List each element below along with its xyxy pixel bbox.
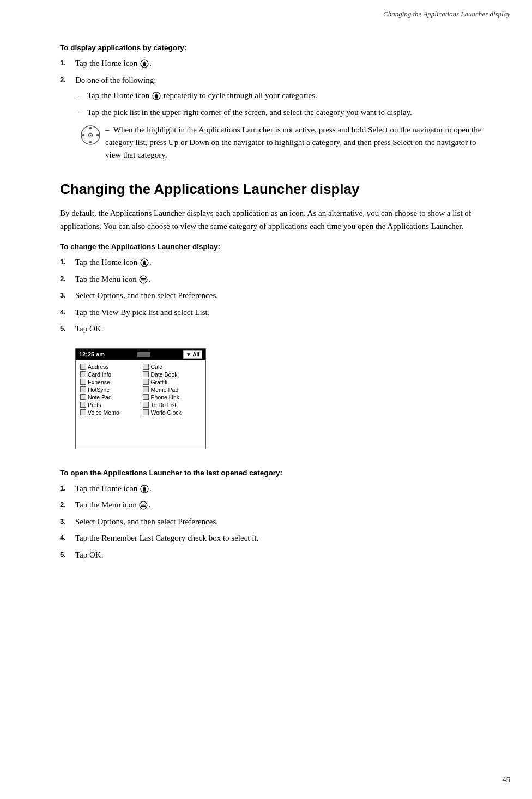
app-cell: Card Info [80, 371, 138, 378]
app-label: Address [88, 364, 109, 370]
app-icon [143, 386, 149, 392]
svg-point-10 [96, 134, 98, 136]
app-row: ExpenseGraffiti [80, 379, 201, 385]
screenshot-mockup: 12:25 am ▼ All AddressCalcCard InfoDate … [75, 348, 206, 449]
menu-icon-inline-2 [139, 501, 148, 510]
cstep-content-1: Tap the Home icon . [75, 256, 488, 269]
lcstep-content-1: Tap the Home icon . [75, 482, 488, 495]
section2-title: Changing the Applications Launcher displ… [60, 181, 488, 198]
screenshot-titlebar: 12:25 am ▼ All [76, 349, 205, 360]
lc-step-2: 2. Tap the Menu icon . [60, 499, 488, 511]
svg-marker-14 [142, 260, 147, 263]
app-icon [80, 364, 86, 370]
home-icon-inline-2 [152, 92, 161, 100]
app-label: To Do List [150, 402, 176, 408]
cstep-num-5: 5. [60, 323, 75, 334]
navigator-icon [80, 125, 101, 146]
app-row: Voice MemoWorld Clock [80, 409, 201, 416]
app-icon [143, 379, 149, 385]
svg-point-7 [89, 126, 91, 129]
step-1-1: 1. Tap the Home icon . [60, 57, 488, 70]
screenshot-dropdown: ▼ All [183, 350, 202, 359]
app-icon [80, 371, 86, 377]
app-cell: Voice Memo [80, 409, 138, 416]
svg-rect-2 [143, 64, 146, 66]
screenshot-bottom-space [80, 417, 201, 444]
app-cell: Memo Pad [143, 386, 201, 393]
svg-rect-17 [141, 278, 146, 279]
app-icon [143, 402, 149, 408]
screenshot-time: 12:25 am [79, 351, 105, 358]
app-icon [80, 379, 86, 385]
svg-rect-19 [141, 280, 146, 281]
app-icon [143, 394, 149, 400]
change-step-4: 4. Tap the View By pick list and select … [60, 306, 488, 319]
svg-marker-21 [142, 486, 147, 489]
cstep-num-1: 1. [60, 256, 75, 268]
page-header: Changing the Applications Launcher displ… [0, 0, 532, 23]
last-cat-steps: 1. Tap the Home icon . 2. Tap the Menu i… [60, 482, 488, 561]
svg-rect-24 [141, 504, 146, 504]
app-label: Expense [88, 379, 110, 385]
section1-steps: 1. Tap the Home icon . 2. Do one of the … [60, 57, 488, 166]
svg-point-9 [82, 134, 84, 136]
step-1-2: 2. Do one of the following: – Tap the Ho… [60, 74, 488, 166]
change-display-steps: 1. Tap the Home icon . 2. Tap the Menu i… [60, 256, 488, 335]
svg-rect-26 [141, 506, 146, 507]
app-label: Prefs [88, 402, 101, 408]
screenshot-battery-bar [137, 352, 150, 357]
cstep-content-3: Select Options, and then select Preferen… [75, 289, 488, 302]
svg-point-8 [89, 141, 91, 143]
change-step-2: 2. Tap the Menu icon . [60, 273, 488, 286]
step-content-1-2: Do one of the following: – Tap the Home … [75, 74, 488, 166]
sub-content-1: Tap the Home icon repeatedly to cycle th… [87, 89, 488, 102]
app-row: HotSyncMemo Pad [80, 386, 201, 393]
lcstep-content-4: Tap the Remember Last Category check box… [75, 532, 488, 544]
lcstep-content-5: Tap OK. [75, 549, 488, 561]
svg-rect-15 [143, 263, 146, 265]
sub-list-1: – Tap the Home icon repeatedly to cycle … [75, 89, 488, 161]
app-cell: Phone Link [143, 394, 201, 401]
app-label: World Clock [150, 409, 181, 416]
sub-content-2: Tap the pick list in the upper-right cor… [87, 106, 488, 119]
lcstep-num-5: 5. [60, 549, 75, 560]
app-cell: Prefs [80, 402, 138, 408]
screenshot-box: 12:25 am ▼ All AddressCalcCard InfoDate … [75, 348, 206, 449]
app-label: Phone Link [150, 394, 179, 401]
lc-step-3: 3. Select Options, and then select Prefe… [60, 516, 488, 528]
app-cell: Address [80, 364, 138, 370]
lc-step-5: 5. Tap OK. [60, 549, 488, 561]
app-cell: HotSync [80, 386, 138, 393]
app-icon [143, 409, 149, 415]
section1-heading: To display applications by category: [60, 44, 488, 52]
app-icon [80, 394, 86, 400]
section2-body: By default, the Applications Launcher di… [60, 207, 488, 233]
subsection2-heading: To open the Applications Launcher to the… [60, 469, 488, 477]
dash-3 [75, 124, 105, 146]
cstep-content-5: Tap OK. [75, 323, 488, 335]
dash-1: – [75, 89, 87, 102]
step-num-1-1: 1. [60, 57, 75, 69]
svg-rect-5 [155, 96, 158, 99]
app-rows: AddressCalcCard InfoDate BookExpenseGraf… [80, 364, 201, 416]
svg-point-12 [89, 134, 91, 136]
app-label: Date Book [150, 371, 177, 378]
app-label: Calc [150, 364, 162, 370]
change-step-1: 1. Tap the Home icon . [60, 256, 488, 269]
page-number: 45 [503, 776, 510, 784]
change-step-5: 5. Tap OK. [60, 323, 488, 335]
lc-step-1: 1. Tap the Home icon . [60, 482, 488, 495]
app-row: Card InfoDate Book [80, 371, 201, 378]
app-cell: World Clock [143, 409, 201, 416]
app-label: Graffiti [150, 379, 167, 385]
sub-item-3-nav: – When the highlight in the Applications… [75, 124, 488, 162]
sub-content-3: – When the highlight in the Applications… [105, 124, 488, 162]
app-cell: Calc [143, 364, 201, 370]
subsection-change-display: To change the Applications Launcher disp… [60, 243, 488, 459]
menu-icon-inline-1 [139, 275, 148, 284]
lcstep-content-2: Tap the Menu icon . [75, 499, 488, 511]
sub-item-1: – Tap the Home icon repeatedly to cycle … [75, 89, 488, 102]
app-icon [80, 402, 86, 408]
lcstep-num-3: 3. [60, 516, 75, 527]
app-cell: Date Book [143, 371, 201, 378]
